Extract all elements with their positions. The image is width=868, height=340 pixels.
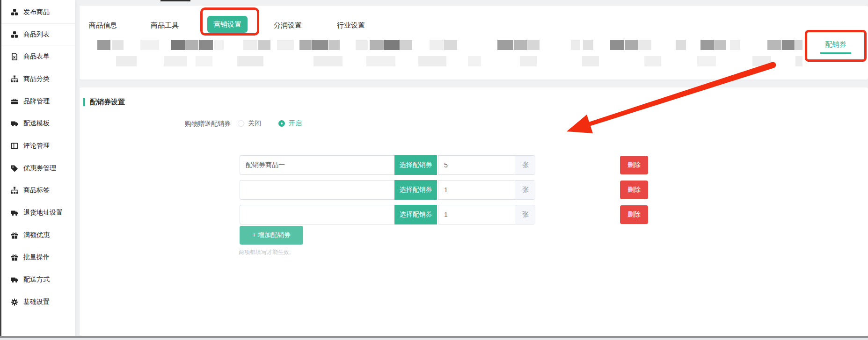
sidebar-item-label: 批量操作 — [23, 253, 50, 261]
quantity-unit: 张 — [516, 181, 535, 199]
quantity-group: 张 — [438, 180, 535, 200]
subtab-active-underline — [820, 52, 851, 54]
sidebar-item-label: 评论管理 — [23, 142, 50, 150]
redacted-block — [97, 40, 110, 50]
select-coupon-button[interactable]: 选择配销券 — [394, 155, 437, 175]
sidebar: 发布商品商品列表商品表单商品分类品牌管理配送模板评论管理优惠券管理商品标签退货地… — [1, 0, 75, 336]
window-top-artifact — [160, 0, 190, 1]
tab-industry-settings[interactable]: 行业设置 — [337, 21, 365, 30]
redacted-block — [243, 40, 257, 50]
tree-icon — [10, 75, 18, 83]
tab-profit-settings[interactable]: 分润设置 — [274, 21, 302, 30]
sidebar-item-label: 满额优惠 — [23, 231, 50, 239]
redacted-block — [697, 56, 716, 66]
redacted-block — [185, 40, 198, 50]
tabs-card: 商品信息 商品工具 营销设置 分润设置 行业设置 配销券 — [80, 6, 868, 80]
gift-coupon-radio-label: 购物赠送配销券 — [175, 120, 231, 128]
redacted-block — [610, 40, 624, 50]
redacted-block — [715, 40, 726, 50]
redacted-block — [312, 40, 328, 50]
sidebar-item-label: 商品列表 — [23, 30, 50, 39]
sidebar-item-label: 商品标签 — [23, 186, 50, 195]
subtab-distribution-coupon[interactable]: 配销券 — [805, 40, 867, 49]
sidebar-item[interactable]: 批量操作 — [1, 246, 75, 269]
add-coupon-button[interactable]: + 增加配销券 — [240, 226, 303, 245]
sidebar-item[interactable]: 品牌管理 — [1, 90, 75, 113]
tree-icon — [10, 187, 18, 195]
quantity-group: 张 — [438, 155, 535, 175]
gift-icon — [10, 231, 18, 239]
sidebar-item[interactable]: 退货地址设置 — [1, 202, 75, 224]
coupon-settings-card: 配销券设置 购物赠送配销券 关闭 开启 选择配销券 张 删除 选择配销券 张 删… — [80, 87, 868, 336]
redacted-block — [767, 40, 781, 50]
redacted-block — [384, 40, 400, 50]
redacted-block — [199, 40, 213, 50]
sidebar-item[interactable]: 配送模板 — [1, 112, 75, 135]
redacted-block — [366, 56, 395, 66]
redacted-block — [164, 56, 187, 66]
delete-button[interactable]: 删除 — [620, 205, 648, 224]
sidebar-item[interactable]: 发布商品 — [1, 1, 75, 23]
sidebar-item-label: 优惠券管理 — [23, 164, 56, 173]
cubes-icon — [10, 30, 18, 38]
select-coupon-button[interactable]: 选择配销券 — [394, 180, 437, 200]
delete-button[interactable]: 删除 — [620, 181, 648, 199]
redacted-block — [795, 40, 802, 50]
sidebar-item-label: 配送方式 — [23, 275, 50, 284]
sidebar-item[interactable]: 优惠券管理 — [1, 157, 75, 180]
sidebar-item[interactable]: 评论管理 — [1, 135, 75, 157]
gift-icon — [10, 253, 18, 261]
tab-marketing-settings-active[interactable]: 营销设置 — [207, 16, 248, 33]
section-title: 配销券设置 — [90, 98, 125, 107]
sidebar-item[interactable]: 基础设置 — [1, 291, 75, 313]
redacted-block — [418, 56, 446, 66]
quantity-input[interactable] — [438, 205, 516, 224]
briefcase-icon — [10, 97, 18, 105]
redacted-block — [468, 56, 481, 66]
tab-product-tools[interactable]: 商品工具 — [151, 21, 179, 30]
coupon-product-input[interactable] — [240, 180, 394, 200]
radio-off-label[interactable]: 关闭 — [248, 119, 261, 128]
delete-button[interactable]: 删除 — [620, 156, 648, 174]
redacted-block — [277, 40, 294, 50]
redacted-block — [527, 40, 540, 50]
redacted-block — [214, 40, 224, 50]
sidebar-item[interactable]: 商品表单 — [1, 45, 75, 68]
redacted-block — [400, 40, 412, 50]
select-coupon-button[interactable]: 选择配销券 — [394, 205, 437, 224]
redacted-block — [795, 56, 802, 66]
redacted-block — [356, 40, 368, 50]
coupon-product-input[interactable] — [240, 155, 394, 175]
sidebar-item-label: 商品表单 — [23, 52, 50, 61]
truck-icon — [10, 209, 18, 217]
radio-off[interactable] — [238, 120, 244, 127]
sidebar-item[interactable]: 商品列表 — [1, 23, 75, 46]
redacted-block — [571, 40, 580, 50]
quantity-group: 张 — [438, 205, 535, 224]
redacted-block — [171, 40, 185, 50]
quantity-input[interactable] — [438, 156, 516, 174]
quantity-input[interactable] — [438, 181, 516, 199]
redacted-block — [112, 40, 124, 50]
cubes-icon — [10, 8, 18, 16]
sidebar-item[interactable]: 配送方式 — [1, 268, 75, 291]
redacted-block — [625, 40, 638, 50]
panels-icon — [10, 142, 18, 150]
tab-product-info[interactable]: 商品信息 — [89, 21, 117, 30]
radio-on-label[interactable]: 开启 — [289, 119, 302, 128]
redacted-block — [444, 40, 457, 50]
redacted-block — [520, 56, 537, 66]
coupon-product-input[interactable] — [240, 205, 394, 224]
redacted-block — [782, 40, 795, 50]
section-accent-bar — [83, 98, 85, 106]
redacted-block — [730, 40, 740, 50]
sidebar-item[interactable]: 满额优惠 — [1, 224, 75, 246]
redacted-block — [370, 40, 384, 50]
sidebar-item-label: 退货地址设置 — [23, 209, 63, 217]
redacted-block — [582, 56, 599, 66]
radio-on-selected[interactable] — [278, 120, 285, 127]
redacted-block — [116, 56, 137, 66]
sidebar-item[interactable]: 商品标签 — [1, 180, 75, 202]
sidebar-item[interactable]: 商品分类 — [1, 68, 75, 90]
redacted-block — [196, 56, 212, 66]
